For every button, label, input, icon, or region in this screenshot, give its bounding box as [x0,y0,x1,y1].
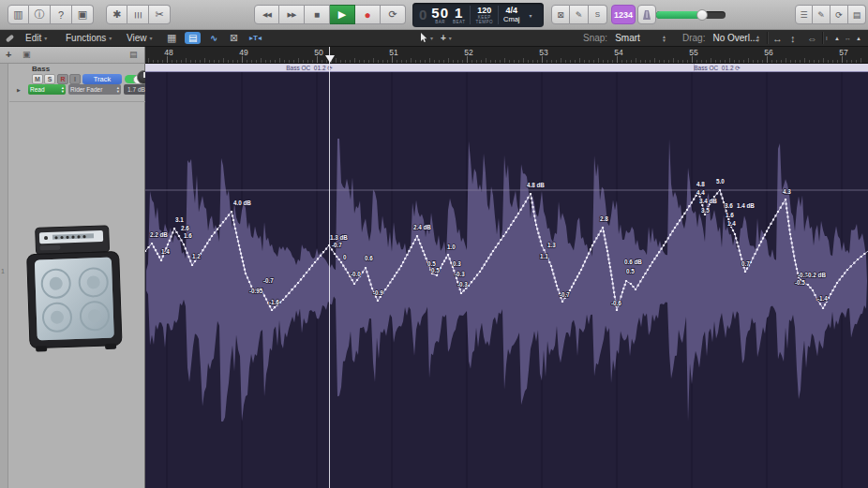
automation-curve-icon[interactable]: ∿ [210,30,217,46]
grid-view-icon[interactable]: ▦ [167,30,176,46]
marquee-icon[interactable]: ⊠ [230,30,238,46]
pencil-icon[interactable]: ✎ [570,5,589,24]
svg-text:3.4 dB: 3.4 dB [699,198,717,204]
waveform-automation: 2.2 dB1.43.12.61.61.24.0 dB-0.7-0.95-1.6… [145,72,868,488]
automation-parameter-select[interactable]: Rider Fader▴▾ [68,84,121,95]
list-editors-icon[interactable]: ☰ [795,5,813,24]
mute-button[interactable]: M [32,74,43,84]
svg-text:1.4: 1.4 [727,220,736,227]
svg-text:-0.3: -0.3 [455,271,465,277]
secondary-tool-button[interactable]: +▾ [441,30,452,46]
drag-menu[interactable]: Drag:No Overl... [682,30,757,46]
track-number: 1 [1,268,5,274]
inspector-icon[interactable]: ⓘ [29,5,51,24]
midi-activity-icon [6,30,14,46]
functions-menu[interactable]: Functions▾ [66,30,112,46]
ruler-bar-number: 55 [689,48,697,57]
track-header-bass[interactable]: Bass M S R I Track ▶ Read▴▾ Rider Fader▴… [9,64,145,102]
stop-button[interactable]: ■ [305,5,330,24]
solo-mode-icon[interactable]: S [589,5,607,24]
region-name[interactable]: Bass OC_01.2 ⟳ [694,65,741,72]
drag-stepper[interactable]: ▲▼ [756,30,760,46]
zoom-mini-icon: I [826,30,828,46]
quick-help-icon[interactable]: ? [51,5,72,24]
ruler-bar-number: 48 [164,48,172,57]
tracks-menubar: Edit▾ Functions▾ View▾ ▦ ▤ ∿ ⊠ ▸T◂ ▾ +▾ … [0,30,868,47]
scissors-icon[interactable]: ✂ [149,5,171,24]
logic-pro-window: ▥ ⓘ ? ▣ ✱ ☰ ✂ ◀◀ ▶▶ ■ ▶ ● ⟳ 0 50BAR 1BEA… [0,0,868,488]
input-monitor-button[interactable]: I [69,74,81,84]
lcd-position: 0 50BAR 1BEAT [412,3,470,27]
vertical-zoom-slider[interactable]: ▲ [834,30,840,46]
svg-text:-0.7: -0.7 [332,242,342,248]
mixer-icon[interactable]: ☰ [127,5,149,24]
ruler-bar-number: 56 [764,48,772,57]
play-button[interactable]: ▶ [330,5,355,24]
svg-text:0.6: 0.6 [365,255,373,261]
metronome-button[interactable] [637,5,656,24]
svg-text:-0.9: -0.9 [373,289,383,296]
svg-text:1.4 dB: 1.4 dB [737,202,755,209]
bar-ruler[interactable]: 48495051525354555657 [145,47,868,64]
cycle-button[interactable]: ⟳ [381,5,406,24]
svg-text:0.3: 0.3 [453,260,461,267]
svg-text:1.0: 1.0 [447,244,456,250]
automation-view-button[interactable]: ▤ [185,30,201,46]
svg-text:4.8: 4.8 [696,181,705,187]
disclosure-triangle-icon[interactable]: ▶ [17,87,21,93]
note-pad-icon[interactable]: ✎ [813,5,831,24]
playhead-marker[interactable] [325,55,335,63]
svg-text:0.5: 0.5 [431,267,440,274]
flex-icon[interactable]: ▸T◂ [249,30,262,46]
svg-text:0.6 dB: 0.6 dB [624,259,642,265]
svg-text:4.4: 4.4 [696,189,705,196]
region-name[interactable]: Bass OC_01.2 ⟳ [286,65,333,72]
track-number-strip: 1 [0,64,8,488]
volume-thumb[interactable] [696,9,708,21]
region-strip[interactable]: Bass OC_01.2 ⟳Bass OC_01.2 ⟳ [145,64,868,72]
svg-text:-1.6: -1.6 [269,299,279,305]
svg-text:1.6: 1.6 [726,212,734,218]
ruler-bar-number: 53 [539,48,547,57]
svg-text:1.2: 1.2 [192,253,201,259]
main-toolbar: ▥ ⓘ ? ▣ ✱ ☰ ✂ ◀◀ ▶▶ ■ ▶ ● ⟳ 0 50BAR 1BEA… [0,0,868,30]
loop-browser-icon[interactable]: ⟳ [831,5,848,24]
add-track-button[interactable]: + [6,49,11,60]
svg-text:2.8: 2.8 [600,215,608,222]
record-button[interactable]: ● [355,5,381,24]
smart-controls-icon[interactable]: ▣ [72,5,94,24]
pointer-icon [420,33,427,43]
master-volume-slider[interactable] [656,11,726,19]
view-menu[interactable]: View▾ [127,30,153,46]
replace-mode-icon[interactable]: ⊠ [551,5,570,24]
pointer-tool-button[interactable]: ▾ [420,30,433,46]
track-alternatives-button[interactable]: Track [82,74,122,84]
record-enable-button[interactable]: R [57,74,68,84]
duplicate-track-button[interactable]: ▣ [22,50,31,59]
automation-mode-select[interactable]: Read▴▾ [28,84,66,95]
horizontal-zoom-slider[interactable]: ▲ [856,30,861,46]
lcd-display[interactable]: 0 50BAR 1BEAT 120 KEEP TEMPO 4/4 Cmaj ▾ [412,3,544,27]
count-in-button[interactable]: 1234 [611,5,636,24]
vertical-zoom-icon[interactable]: ↕ [790,30,796,46]
lcd-chevron-down-icon[interactable]: ▾ [524,3,535,27]
forward-button[interactable]: ▶▶ [279,5,305,24]
svg-text:-1.4: -1.4 [817,295,828,302]
svg-text:-0.95: -0.95 [249,288,263,294]
snap-stepper[interactable]: ▲▼ [662,30,666,46]
media-browser-icon[interactable]: ▤ [848,5,866,24]
edit-menu[interactable]: Edit▾ [25,30,47,46]
playhead-line[interactable] [329,47,330,488]
waveform-zoom-icon[interactable]: ↔ [772,30,783,46]
rewind-button[interactable]: ◀◀ [254,5,279,24]
ruler-bar-number: 49 [239,48,247,57]
svg-text:1.3: 1.3 [547,242,556,248]
settings-icon[interactable]: ✱ [106,5,127,24]
library-icon[interactable]: ▥ [7,5,29,24]
global-tracks-button[interactable]: ▤ [129,50,138,59]
horizontal-zoom-icon[interactable]: ⇔ [807,30,817,46]
snap-menu[interactable]: Snap:Smart [583,30,640,46]
arrange-canvas[interactable]: 2.2 dB1.43.12.61.61.24.0 dB-0.7-0.95-1.6… [145,72,868,488]
track-name[interactable]: Bass [32,65,50,73]
solo-button[interactable]: S [44,74,55,84]
